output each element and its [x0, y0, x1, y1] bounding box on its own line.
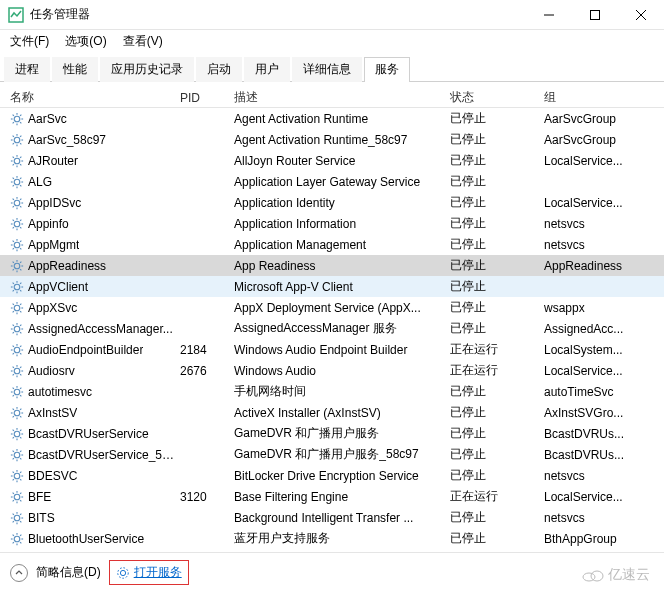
service-name-cell: AxInstSV [0, 406, 176, 420]
maximize-button[interactable] [572, 0, 618, 30]
service-row[interactable]: BFE3120Base Filtering Engine正在运行LocalSer… [0, 486, 664, 507]
svg-line-130 [20, 387, 21, 388]
service-group: AarSvcGroup [540, 133, 650, 147]
service-name-cell: BDESVC [0, 469, 176, 483]
service-row[interactable]: AxInstSVActiveX Installer (AxInstSV)已停止A… [0, 402, 664, 423]
menu-view[interactable]: 查看(V) [119, 31, 167, 52]
tab-5[interactable]: 详细信息 [292, 57, 362, 82]
service-group: autoTimeSvc [540, 385, 650, 399]
svg-line-110 [20, 353, 21, 354]
svg-line-66 [13, 248, 14, 249]
service-row[interactable]: AJRouterAllJoyn Router Service已停止LocalSe… [0, 150, 664, 171]
svg-line-94 [20, 303, 21, 304]
service-status: 已停止 [446, 383, 540, 400]
service-row[interactable]: AppIDSvcApplication Identity已停止LocalServ… [0, 192, 664, 213]
svg-line-55 [13, 219, 14, 220]
tab-3[interactable]: 启动 [196, 57, 242, 82]
svg-point-113 [14, 368, 20, 374]
service-row[interactable]: AarSvc_58c97Agent Activation Runtime_58c… [0, 129, 664, 150]
svg-line-183 [13, 521, 14, 522]
svg-line-21 [13, 143, 14, 144]
tab-6[interactable]: 服务 [364, 57, 410, 82]
fewer-details-label[interactable]: 简略信息(D) [36, 564, 101, 581]
svg-line-172 [13, 492, 14, 493]
service-row[interactable]: AudioEndpointBuilder2184Windows Audio En… [0, 339, 664, 360]
svg-line-128 [20, 395, 21, 396]
svg-line-100 [13, 324, 14, 325]
svg-point-14 [14, 137, 20, 143]
header-desc[interactable]: 描述 [230, 89, 446, 106]
svg-line-29 [20, 164, 21, 165]
service-row[interactable]: BITSBackground Intelligent Transfer ...已… [0, 507, 664, 528]
header-name[interactable]: 名称 [0, 89, 176, 106]
svg-point-149 [14, 452, 20, 458]
service-status: 已停止 [446, 215, 540, 232]
service-desc: GameDVR 和广播用户服务_58c97 [230, 446, 446, 463]
service-row[interactable]: Audiosrv2676Windows Audio正在运行LocalServic… [0, 360, 664, 381]
service-row[interactable]: BluetoothUserService蓝牙用户支持服务已停止BthAppGro… [0, 528, 664, 548]
svg-point-176 [14, 515, 20, 521]
service-desc: Agent Activation Runtime [230, 112, 446, 126]
svg-line-19 [13, 135, 14, 136]
svg-line-175 [20, 492, 21, 493]
window-controls [526, 0, 664, 30]
svg-line-111 [13, 353, 14, 354]
tab-2[interactable]: 应用历史记录 [100, 57, 194, 82]
table-body[interactable]: AarSvcAgent Activation Runtime已停止AarSvcG… [0, 108, 664, 548]
svg-line-46 [13, 198, 14, 199]
svg-line-145 [13, 429, 14, 430]
service-name-cell: autotimesvc [0, 385, 176, 399]
service-row[interactable]: AssignedAccessManager...AssignedAccessMa… [0, 318, 664, 339]
service-row[interactable]: AppMgmtApplication Management已停止netsvcs [0, 234, 664, 255]
svg-line-129 [13, 395, 14, 396]
svg-line-193 [20, 534, 21, 535]
service-desc: GameDVR 和广播用户服务 [230, 425, 446, 442]
service-row[interactable]: autotimesvc手机网络时间已停止autoTimeSvc [0, 381, 664, 402]
service-row[interactable]: BDESVCBitLocker Drive Encryption Service… [0, 465, 664, 486]
service-row[interactable]: AppReadinessApp Readiness已停止AppReadiness [0, 255, 664, 276]
svg-line-184 [20, 513, 21, 514]
minimize-button[interactable] [526, 0, 572, 30]
svg-point-140 [14, 431, 20, 437]
service-name-cell: BcastDVRUserService_58... [0, 448, 176, 462]
svg-line-67 [20, 240, 21, 241]
service-row[interactable]: AppXSvcAppX Deployment Service (AppX...已… [0, 297, 664, 318]
service-row[interactable]: AppVClientMicrosoft App-V Client已停止 [0, 276, 664, 297]
close-button[interactable] [618, 0, 664, 30]
service-group: LocalService... [540, 490, 650, 504]
service-desc: Application Identity [230, 196, 446, 210]
service-row[interactable]: BcastDVRUserService_58...GameDVR 和广播用户服务… [0, 444, 664, 465]
service-group: BthAppGroup [540, 532, 650, 546]
fewer-details-icon[interactable] [10, 564, 28, 582]
svg-line-82 [13, 282, 14, 283]
service-status: 已停止 [446, 404, 540, 421]
menu-file[interactable]: 文件(F) [6, 31, 53, 52]
open-services-link[interactable]: 打开服务 [109, 560, 189, 585]
header-pid[interactable]: PID [176, 91, 230, 105]
service-row[interactable]: BcastDVRUserServiceGameDVR 和广播用户服务已停止Bca… [0, 423, 664, 444]
tab-1[interactable]: 性能 [52, 57, 98, 82]
svg-line-118 [13, 366, 14, 367]
svg-line-121 [20, 366, 21, 367]
service-desc: AppX Deployment Service (AppX... [230, 301, 446, 315]
service-desc: App Readiness [230, 259, 446, 273]
svg-line-48 [13, 206, 14, 207]
service-status: 已停止 [446, 194, 540, 211]
service-row[interactable]: AarSvcAgent Activation Runtime已停止AarSvcG… [0, 108, 664, 129]
svg-line-30 [13, 164, 14, 165]
service-row[interactable]: AppinfoApplication Information已停止netsvcs [0, 213, 664, 234]
header-status[interactable]: 状态 [446, 89, 540, 106]
svg-line-91 [13, 303, 14, 304]
tab-0[interactable]: 进程 [4, 57, 50, 82]
services-table: 名称 PID 描述 状态 组 AarSvcAgent Activation Ru… [0, 82, 664, 550]
service-status: 已停止 [446, 278, 540, 295]
service-row[interactable]: ALGApplication Layer Gateway Service已停止 [0, 171, 664, 192]
menubar: 文件(F) 选项(O) 查看(V) [0, 30, 664, 52]
menu-options[interactable]: 选项(O) [61, 31, 110, 52]
service-status: 已停止 [446, 509, 540, 526]
header-group[interactable]: 组 [540, 89, 650, 106]
svg-point-32 [14, 179, 20, 185]
tab-4[interactable]: 用户 [244, 57, 290, 82]
svg-line-22 [20, 135, 21, 136]
titlebar: 任务管理器 [0, 0, 664, 30]
